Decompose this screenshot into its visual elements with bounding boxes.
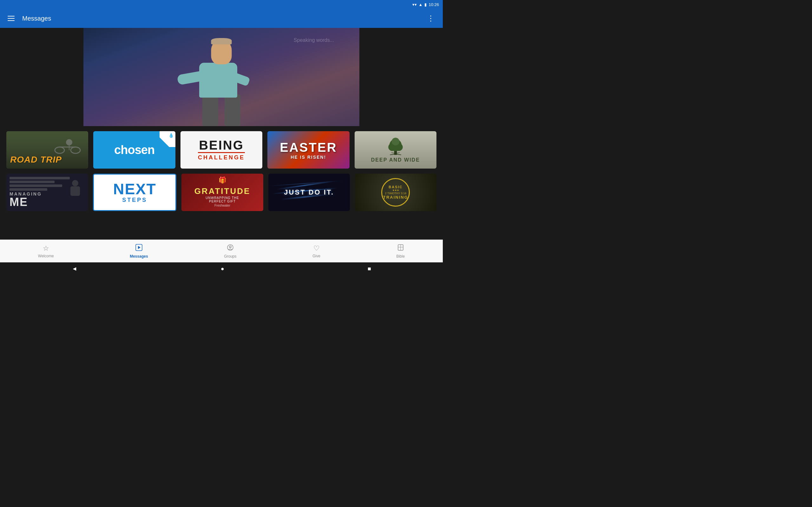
card-next-steps[interactable]: NEXT STEPS [93,174,176,211]
easter-sub-label: HE IS RISEN! [291,155,326,160]
card-easter[interactable]: EASTER HE IS RISEN! [267,131,349,169]
message-grid: RoaD TRiP 💧 chosen BEING CHALLENGE EASTE… [0,126,443,246]
card-gratitude[interactable]: 🎁 GRATITUDE UNWRAPPING THE PERFECT GIFT … [182,174,263,211]
page-title: Messages [22,15,424,22]
bible-icon [397,244,404,253]
system-nav-bar: ◄ ● ■ [0,262,443,275]
easter-label: EASTER [280,140,337,155]
basic-verse: 2 TIMOTHY 3:16 [385,192,407,195]
svg-marker-15 [138,246,141,249]
back-button[interactable]: ◄ [72,266,78,272]
deep-wide-label: DEEP AND WIDE [371,157,420,163]
road-trip-label: RoaD TRiP [10,155,62,165]
give-label: Give [312,254,320,258]
signal-icon: ▲ [419,2,423,7]
nav-groups[interactable]: Groups [217,241,243,261]
welcome-label: Welcome [38,254,54,258]
hero-video[interactable]: Speaking words... [0,28,443,126]
chosen-label: chosen [114,143,154,157]
more-options-button[interactable]: ⋮ [424,11,438,25]
basic-label: BASIC [389,185,403,189]
groups-icon [227,244,234,253]
next-label: NEXT [113,181,156,197]
messages-icon [136,244,142,253]
svg-point-1 [71,147,80,153]
nav-messages[interactable]: Messages [123,241,154,261]
tree-container: DEEP AND WIDE [371,137,420,163]
battery-icon: ▮ [424,2,426,7]
hamburger-line [8,20,14,21]
card-being-challenge[interactable]: BEING CHALLENGE [181,131,262,169]
home-button[interactable]: ● [221,266,224,272]
svg-point-18 [230,247,231,248]
card-managing-me[interactable]: MANAGING ME [6,174,88,211]
status-icons: ▾▾ ▲ ▮ 10:26 [412,2,439,7]
card-basic-training[interactable]: BASIC ★★★ 2 TIMOTHY 3:16 TRAINING [355,174,437,211]
gratitude-sub2: PERFECT GIFT [194,200,251,203]
freshwater-label: Freshwater [194,204,251,207]
grid-row-1: RoaD TRiP 💧 chosen BEING CHALLENGE EASTE… [6,131,437,169]
gratitude-sub: UNWRAPPING THE [194,196,251,200]
card-just-do-it[interactable]: JUST DO IT. [268,174,350,211]
svg-point-13 [392,137,400,146]
card-road-trip[interactable]: RoaD TRiP [6,131,88,169]
groups-label: Groups [224,254,236,259]
just-do-it-label: JUST DO IT. [284,188,334,196]
play-icon-svg [136,244,142,251]
tree-icon [385,137,407,156]
managing-text: MANAGING ME [9,191,42,208]
bottom-navigation: ☆ Welcome Messages Groups ♡ Give [0,239,443,262]
status-bar: ▾▾ ▲ ▮ 10:26 [0,0,443,9]
messages-label: Messages [130,254,148,259]
steps-label: STEPS [122,197,147,204]
recents-button[interactable]: ■ [368,266,371,272]
nav-give[interactable]: ♡ Give [306,242,327,261]
card-chosen[interactable]: 💧 chosen [93,131,175,169]
svg-point-3 [66,139,72,146]
training-label: TRAINING [383,195,408,200]
app-bar: Messages ⋮ [0,9,443,28]
card-deep-wide[interactable]: DEEP AND WIDE [355,131,437,169]
nav-bible[interactable]: Bible [390,241,411,261]
basic-circle: BASIC ★★★ 2 TIMOTHY 3:16 TRAINING [381,178,410,207]
challenge-label: CHALLENGE [198,152,245,161]
being-label: BEING [199,139,244,152]
clock: 10:26 [428,2,439,7]
hamburger-line [8,16,14,16]
hamburger-menu-button[interactable] [5,13,17,23]
gratitude-label: GRATITUDE [194,186,251,196]
me-label: ME [9,196,42,208]
hamburger-line [8,18,14,19]
wifi-icon: ▾▾ [412,2,417,7]
basic-stars: ★★★ [392,189,399,192]
svg-point-0 [55,147,64,153]
groups-icon-svg [227,244,234,251]
hero-image: Speaking words... [84,28,359,126]
give-icon: ♡ [313,244,320,252]
welcome-icon: ☆ [43,244,49,252]
bible-label: Bible [396,254,405,259]
grid-row-2: MANAGING ME NEXT STEPS 🎁 GRATITUDE UNWRA… [6,174,437,211]
bible-icon-svg [397,244,404,251]
nav-welcome[interactable]: ☆ Welcome [32,242,60,261]
